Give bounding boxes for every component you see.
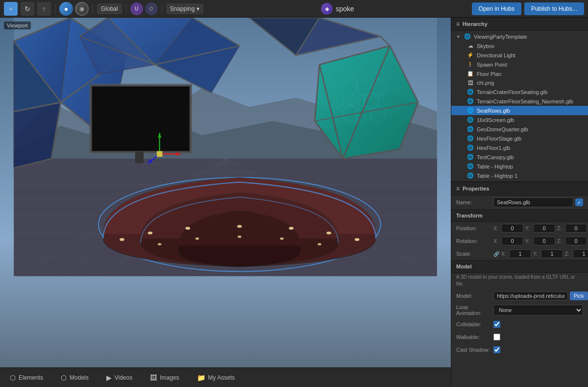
rotation-y-input[interactable] [533,237,555,245]
model-desc: A 3D model in your scene, loaded from a … [451,273,588,290]
viewport[interactable]: Viewport [0,18,451,387]
publish-button[interactable]: Publish to Hubs... [524,2,584,15]
hierarchy-item-tablehightop[interactable]: 🌐 Table - Hightop [451,162,588,171]
global-button[interactable]: Global [97,3,122,14]
separator-1 [55,4,55,14]
right-panel: ≡ Hierarchy ▼ 🌐 ViewingPartyTemplate ☁ S… [451,18,588,387]
scale-x-label: X: [501,251,507,257]
hierarchy-item-chipng[interactable]: 🖼 chi.png [451,78,588,87]
snapping-arrow: ▾ [196,5,199,12]
hierarchy-item-tentcanopy[interactable]: 🌐 TentCanopy.glb [451,152,588,162]
add-button[interactable]: + [4,2,18,16]
tab-my-assets[interactable]: 📁 My Assets [193,372,239,384]
cast-shadow-checkbox[interactable] [493,346,500,353]
hierarchy-item-spawnpoint[interactable]: 🚶 Spawn Point [451,60,588,69]
hierarchy-item-geodome[interactable]: 🌐 GeoDomeQuarter.glb [451,124,588,134]
model-url-row: Model: Pick [451,290,588,302]
pos-x-label: X: [493,226,499,231]
position-y-input[interactable] [533,224,555,233]
model-url-input[interactable] [493,291,568,300]
hierarchy-item-skybox[interactable]: ☁ Skybox [451,41,588,50]
hierarchy-item-dirlight[interactable]: ⚡ Directional Light [451,50,588,60]
models-icon: ⬡ [61,374,67,382]
scene-background [0,18,451,387]
rotation-x-input[interactable] [501,237,523,245]
scale-z-label: Z: [565,251,571,257]
pick-button[interactable]: Pick [570,291,588,300]
pos-y-label: Y: [525,226,531,231]
collidable-row: Collidable: [451,318,588,331]
tab-models[interactable]: ⬡ Models [57,372,93,384]
images-icon: 🖼 [150,374,157,382]
main-area: Viewport [0,18,588,387]
hierarchy-item-hexfloor1[interactable]: 🌐 HexFloor1.glb [451,143,588,152]
position-z-input[interactable] [565,224,587,233]
my-assets-icon: 📁 [197,374,205,382]
walkable-value-row [493,334,583,340]
open-hubs-button[interactable]: Open in Hubs [472,2,521,15]
spawnpoint-icon: 🚶 [467,61,474,68]
scale-y-label: Y: [533,251,539,257]
walkable-label: Walkable: [456,334,490,340]
model-label: Model: [456,293,490,299]
scale-z-input[interactable] [573,249,588,258]
models-label: Models [70,374,89,381]
upload-button[interactable]: ↑ [37,2,51,16]
hierarchy-item-screen[interactable]: 🌐 16x9Screen.glb [451,115,588,124]
tab-images[interactable]: 🖼 Images [146,372,183,384]
position-x-input[interactable] [501,224,523,233]
hierarchy-item-tablehightop1[interactable]: 🌐 Table - Hightop 1 [451,171,588,180]
rot-y-label: Y: [525,239,531,244]
skybox-icon: ☁ [467,43,474,49]
screen-icon: 🌐 [467,117,474,123]
walkable-row: Walkable: [451,331,588,343]
scale-inputs: 🔗 X: Y: Z: [493,249,588,258]
collidable-checkbox[interactable] [493,321,500,328]
dirlight-icon: ⚡ [467,52,474,58]
properties-icon: ≡ [456,185,460,192]
walkable-checkbox[interactable] [493,334,500,340]
seatrows-icon: 🌐 [467,107,474,114]
separator-2 [93,4,93,14]
rot-x-label: X: [493,239,499,244]
hierarchy-item-terrainseating[interactable]: 🌐 TerrainCraterFloorSeating.glb [451,87,588,97]
floorplan-icon: 📋 [467,71,474,77]
hexfloorstage-icon: 🌐 [467,135,474,142]
hierarchy-item-seatrows[interactable]: 🌐 SeatRows.glb [451,106,588,115]
scale-y-input[interactable] [541,249,563,258]
loop-anim-value-row: None [493,305,583,315]
scale-x-input[interactable] [509,249,531,258]
rotation-z-input[interactable] [565,237,587,245]
name-row: Name: ✓ [451,195,588,209]
rotation-row: Rotation: X: Y: Z: [451,235,588,247]
my-assets-label: My Assets [208,374,235,381]
hierarchy-item-hexfloorstage[interactable]: 🌐 HexFloorStage.glb [451,134,588,143]
refresh-button[interactable]: ↻ [21,2,34,16]
position-inputs: X: Y: Z: [493,224,587,233]
chipng-label: chi.png [477,80,494,86]
geodome-icon: 🌐 [467,126,474,132]
cast-shadow-row: Cast Shadow: [451,343,588,356]
scale-row: Scale: 🔗 X: Y: Z: [451,247,588,260]
tablehightop1-icon: 🌐 [467,172,474,179]
scene-sky [0,18,451,387]
tab-videos[interactable]: ▶ Videos [102,372,136,384]
loop-anim-select[interactable]: None [493,305,583,315]
snapping-button[interactable]: Snapping ▾ [166,3,204,14]
videos-label: Videos [115,374,132,381]
bottom-bar: ⬡ Elements ⬡ Models ▶ Videos 🖼 Images 📁 … [0,367,451,387]
name-input[interactable] [493,197,573,207]
floorplan-label: Floor Plan [477,71,501,77]
hierarchy-item-floorplan[interactable]: 📋 Floor Plan [451,69,588,78]
separator-3 [126,4,126,14]
hierarchy-item-root[interactable]: ▼ 🌐 ViewingPartyTemplate [451,32,588,41]
cast-shadow-label: Cast Shadow: [456,347,490,353]
skybox-label: Skybox [477,43,494,49]
dirlight-label: Directional Light [477,52,515,58]
tab-elements[interactable]: ⬡ Elements [6,372,47,384]
hierarchy-item-terrainnav[interactable]: 🌐 TerrainCraterFloorSeating_Navmesh.glb [451,97,588,106]
geodome-label: GeoDomeQuarter.glb [477,126,528,132]
transform-header: Transform [451,209,588,222]
hierarchy-section: ≡ Hierarchy ▼ 🌐 ViewingPartyTemplate ☁ S… [451,18,588,182]
visible-checkbox[interactable]: ✓ [575,198,583,206]
